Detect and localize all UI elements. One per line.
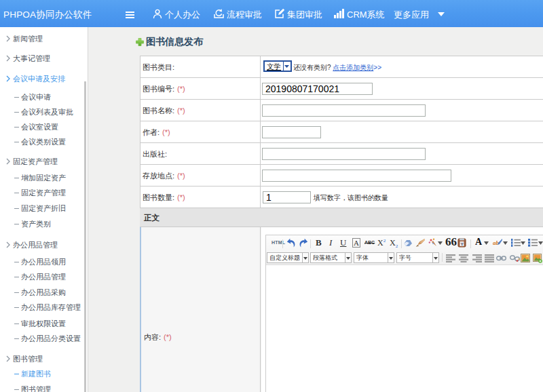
svg-text:T: T: [460, 241, 464, 246]
